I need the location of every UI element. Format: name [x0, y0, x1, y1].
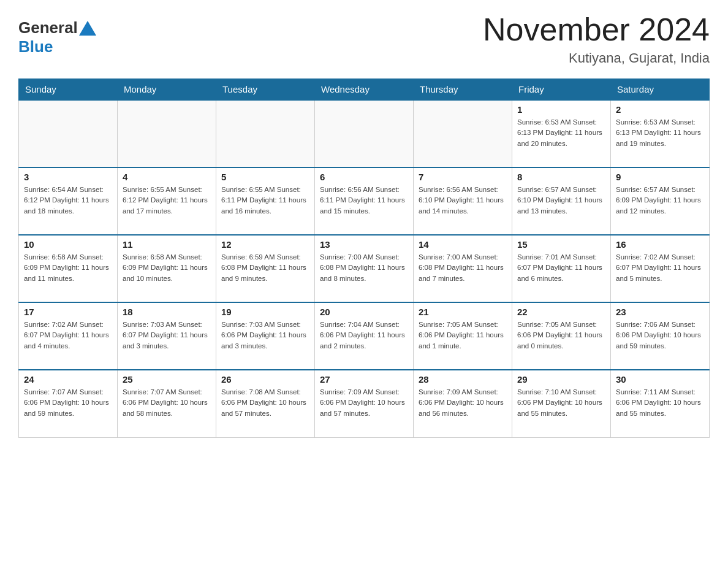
- day-info: Sunrise: 7:00 AM Sunset: 6:08 PM Dayligh…: [419, 252, 507, 284]
- day-cell: [118, 100, 216, 167]
- logo: General Blue: [18, 12, 97, 56]
- col-friday: Friday: [512, 79, 611, 101]
- day-cell: 20Sunrise: 7:04 AM Sunset: 6:06 PM Dayli…: [315, 302, 414, 370]
- day-info: Sunrise: 6:57 AM Sunset: 6:10 PM Dayligh…: [517, 185, 605, 216]
- day-cell: 25Sunrise: 7:07 AM Sunset: 6:06 PM Dayli…: [118, 370, 216, 437]
- day-cell: 12Sunrise: 6:59 AM Sunset: 6:08 PM Dayli…: [216, 235, 315, 302]
- col-wednesday: Wednesday: [315, 79, 414, 101]
- day-number: 4: [123, 172, 211, 182]
- day-cell: 18Sunrise: 7:03 AM Sunset: 6:07 PM Dayli…: [118, 302, 216, 370]
- col-monday: Monday: [118, 79, 216, 101]
- day-number: 12: [221, 239, 309, 250]
- day-cell: 4Sunrise: 6:55 AM Sunset: 6:12 PM Daylig…: [118, 167, 216, 235]
- day-info: Sunrise: 7:09 AM Sunset: 6:06 PM Dayligh…: [419, 387, 507, 419]
- day-number: 7: [419, 172, 507, 182]
- logo-general-text: General: [18, 18, 78, 37]
- day-number: 14: [419, 239, 507, 250]
- day-number: 17: [24, 307, 112, 317]
- day-info: Sunrise: 7:03 AM Sunset: 6:06 PM Dayligh…: [221, 320, 309, 351]
- month-title: November 2024: [483, 12, 710, 47]
- day-cell: 3Sunrise: 6:54 AM Sunset: 6:12 PM Daylig…: [19, 167, 118, 235]
- day-number: 6: [320, 172, 408, 182]
- day-cell: 2Sunrise: 6:53 AM Sunset: 6:13 PM Daylig…: [611, 100, 710, 167]
- day-info: Sunrise: 6:55 AM Sunset: 6:11 PM Dayligh…: [221, 185, 309, 216]
- week-row-5: 24Sunrise: 7:07 AM Sunset: 6:06 PM Dayli…: [19, 370, 710, 437]
- day-number: 27: [320, 374, 408, 385]
- day-info: Sunrise: 7:03 AM Sunset: 6:07 PM Dayligh…: [123, 320, 211, 351]
- day-number: 25: [123, 374, 211, 385]
- day-info: Sunrise: 6:59 AM Sunset: 6:08 PM Dayligh…: [221, 252, 309, 284]
- day-number: 3: [24, 172, 112, 182]
- day-number: 29: [517, 374, 605, 385]
- day-info: Sunrise: 7:06 AM Sunset: 6:06 PM Dayligh…: [616, 320, 704, 351]
- day-info: Sunrise: 6:57 AM Sunset: 6:09 PM Dayligh…: [616, 185, 704, 216]
- day-number: 28: [419, 374, 507, 385]
- day-cell: 11Sunrise: 6:58 AM Sunset: 6:09 PM Dayli…: [118, 235, 216, 302]
- col-tuesday: Tuesday: [216, 79, 315, 101]
- day-cell: 29Sunrise: 7:10 AM Sunset: 6:06 PM Dayli…: [512, 370, 611, 437]
- day-number: 22: [517, 307, 605, 317]
- day-cell: 30Sunrise: 7:11 AM Sunset: 6:06 PM Dayli…: [611, 370, 710, 437]
- day-number: 19: [221, 307, 309, 317]
- day-number: 30: [616, 374, 704, 385]
- day-number: 24: [24, 374, 112, 385]
- day-info: Sunrise: 7:09 AM Sunset: 6:06 PM Dayligh…: [320, 387, 408, 419]
- day-cell: 8Sunrise: 6:57 AM Sunset: 6:10 PM Daylig…: [512, 167, 611, 235]
- day-info: Sunrise: 6:53 AM Sunset: 6:13 PM Dayligh…: [616, 117, 704, 149]
- day-cell: 21Sunrise: 7:05 AM Sunset: 6:06 PM Dayli…: [414, 302, 512, 370]
- day-cell: [19, 100, 118, 167]
- day-number: 16: [616, 239, 704, 250]
- day-number: 10: [24, 239, 112, 250]
- day-info: Sunrise: 6:55 AM Sunset: 6:12 PM Dayligh…: [123, 185, 211, 216]
- day-info: Sunrise: 6:56 AM Sunset: 6:10 PM Dayligh…: [419, 185, 507, 216]
- day-info: Sunrise: 7:00 AM Sunset: 6:08 PM Dayligh…: [320, 252, 408, 284]
- day-info: Sunrise: 7:05 AM Sunset: 6:06 PM Dayligh…: [419, 320, 507, 351]
- day-number: 13: [320, 239, 408, 250]
- col-sunday: Sunday: [19, 79, 118, 101]
- day-number: 18: [123, 307, 211, 317]
- day-info: Sunrise: 7:01 AM Sunset: 6:07 PM Dayligh…: [517, 252, 605, 284]
- day-cell: 28Sunrise: 7:09 AM Sunset: 6:06 PM Dayli…: [414, 370, 512, 437]
- week-row-4: 17Sunrise: 7:02 AM Sunset: 6:07 PM Dayli…: [19, 302, 710, 370]
- day-info: Sunrise: 7:02 AM Sunset: 6:07 PM Dayligh…: [24, 320, 112, 351]
- day-number: 9: [616, 172, 704, 182]
- day-cell: 16Sunrise: 7:02 AM Sunset: 6:07 PM Dayli…: [611, 235, 710, 302]
- logo-triangle-icon: [79, 21, 96, 36]
- day-info: Sunrise: 7:10 AM Sunset: 6:06 PM Dayligh…: [517, 387, 605, 419]
- day-info: Sunrise: 7:02 AM Sunset: 6:07 PM Dayligh…: [616, 252, 704, 284]
- day-number: 26: [221, 374, 309, 385]
- day-cell: 7Sunrise: 6:56 AM Sunset: 6:10 PM Daylig…: [414, 167, 512, 235]
- title-area: November 2024 Kutiyana, Gujarat, India: [483, 12, 710, 66]
- day-cell: [315, 100, 414, 167]
- day-info: Sunrise: 7:05 AM Sunset: 6:06 PM Dayligh…: [517, 320, 605, 351]
- day-cell: 23Sunrise: 7:06 AM Sunset: 6:06 PM Dayli…: [611, 302, 710, 370]
- day-cell: 19Sunrise: 7:03 AM Sunset: 6:06 PM Dayli…: [216, 302, 315, 370]
- day-cell: 9Sunrise: 6:57 AM Sunset: 6:09 PM Daylig…: [611, 167, 710, 235]
- day-cell: 14Sunrise: 7:00 AM Sunset: 6:08 PM Dayli…: [414, 235, 512, 302]
- day-info: Sunrise: 7:04 AM Sunset: 6:06 PM Dayligh…: [320, 320, 408, 351]
- location-subtitle: Kutiyana, Gujarat, India: [483, 50, 710, 66]
- day-cell: 27Sunrise: 7:09 AM Sunset: 6:06 PM Dayli…: [315, 370, 414, 437]
- day-cell: 6Sunrise: 6:56 AM Sunset: 6:11 PM Daylig…: [315, 167, 414, 235]
- calendar-table: Sunday Monday Tuesday Wednesday Thursday…: [18, 79, 710, 438]
- day-info: Sunrise: 6:58 AM Sunset: 6:09 PM Dayligh…: [123, 252, 211, 284]
- day-info: Sunrise: 7:08 AM Sunset: 6:06 PM Dayligh…: [221, 387, 309, 419]
- day-number: 1: [517, 104, 605, 115]
- day-info: Sunrise: 7:07 AM Sunset: 6:06 PM Dayligh…: [123, 387, 211, 419]
- day-info: Sunrise: 7:11 AM Sunset: 6:06 PM Dayligh…: [616, 387, 704, 419]
- day-number: 2: [616, 104, 704, 115]
- day-number: 21: [419, 307, 507, 317]
- day-cell: 10Sunrise: 6:58 AM Sunset: 6:09 PM Dayli…: [19, 235, 118, 302]
- day-cell: 22Sunrise: 7:05 AM Sunset: 6:06 PM Dayli…: [512, 302, 611, 370]
- day-cell: 15Sunrise: 7:01 AM Sunset: 6:07 PM Dayli…: [512, 235, 611, 302]
- day-number: 15: [517, 239, 605, 250]
- col-saturday: Saturday: [611, 79, 710, 101]
- day-info: Sunrise: 6:54 AM Sunset: 6:12 PM Dayligh…: [24, 185, 112, 216]
- logo-blue-text: Blue: [18, 37, 97, 56]
- week-row-1: 1Sunrise: 6:53 AM Sunset: 6:13 PM Daylig…: [19, 100, 710, 167]
- day-number: 11: [123, 239, 211, 250]
- day-number: 8: [517, 172, 605, 182]
- day-number: 23: [616, 307, 704, 317]
- day-info: Sunrise: 7:07 AM Sunset: 6:06 PM Dayligh…: [24, 387, 112, 419]
- page-header: General Blue November 2024 Kutiyana, Guj…: [18, 12, 710, 66]
